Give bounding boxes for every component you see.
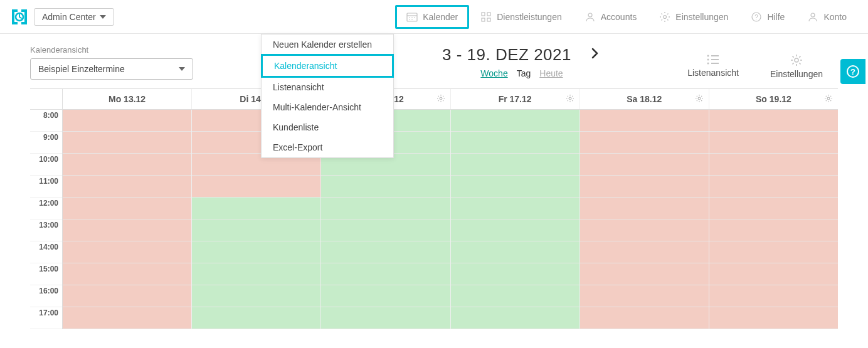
hour-cell[interactable] xyxy=(451,132,580,154)
day-col[interactable] xyxy=(63,110,192,329)
hour-cell[interactable] xyxy=(451,176,580,198)
hour-cell[interactable] xyxy=(709,198,838,219)
hour-cell[interactable] xyxy=(63,154,191,176)
hour-cell[interactable] xyxy=(321,285,450,307)
hour-cell[interactable] xyxy=(321,241,450,263)
calendar-wrap: Mo 13.12 Di 14.12 Do 16.12 Fr 17.12 Sa 1… xyxy=(30,88,838,329)
hour-cell[interactable] xyxy=(63,307,191,329)
nav-hilfe-label: Hilfe xyxy=(767,12,785,22)
calendar-select[interactable]: Beispiel Einzeltermine xyxy=(30,58,193,80)
hour-cell[interactable] xyxy=(709,110,838,132)
dropdown-multi-kalender[interactable]: Multi-Kalender-Ansicht xyxy=(262,97,393,117)
hour-cell[interactable] xyxy=(192,241,320,263)
grid-body: 8:009:0010:0011:0012:0013:0014:0015:0016… xyxy=(30,110,838,329)
calendar-select-value: Beispiel Einzeltermine xyxy=(38,64,125,74)
hour-cell[interactable] xyxy=(580,307,709,329)
dropdown-listenansicht[interactable]: Listenansicht xyxy=(262,77,393,97)
day-header-sa: Sa 18.12 xyxy=(580,89,709,109)
hour-cell[interactable] xyxy=(580,154,709,176)
nav-accounts[interactable]: Accounts xyxy=(573,5,648,29)
day-gear-fr[interactable] xyxy=(566,94,574,105)
caret-down-icon xyxy=(100,15,106,19)
hour-cell[interactable] xyxy=(580,132,709,154)
hour-cell[interactable] xyxy=(63,110,191,132)
nav-kalender[interactable]: Kalender xyxy=(395,5,469,29)
dropdown-kalenderansicht[interactable]: Kalenderansicht xyxy=(261,54,394,78)
day-gear-sa[interactable] xyxy=(695,94,704,105)
gear-icon xyxy=(566,94,574,103)
day-header-row: Mo 13.12 Di 14.12 Do 16.12 Fr 17.12 Sa 1… xyxy=(30,89,838,110)
day-gear-do[interactable] xyxy=(437,94,445,105)
hour-cell[interactable] xyxy=(63,132,191,154)
hour-cell[interactable] xyxy=(451,154,580,176)
hour-cell[interactable] xyxy=(321,219,450,241)
hour-cell[interactable] xyxy=(192,198,320,219)
hour-cell[interactable] xyxy=(709,263,838,285)
hour-cell[interactable] xyxy=(63,219,191,241)
date-title: 3 - 19. DEZ 2021 xyxy=(442,45,571,65)
hour-cell[interactable] xyxy=(321,176,450,198)
hour-cell[interactable] xyxy=(321,307,450,329)
view-day[interactable]: Tag xyxy=(517,68,531,78)
hour-cell[interactable] xyxy=(321,198,450,219)
nav-dienstleistungen[interactable]: Dienstleistungen xyxy=(469,5,573,29)
gear-icon xyxy=(824,94,833,103)
hour-cell[interactable] xyxy=(580,110,709,132)
hour-cell[interactable] xyxy=(63,285,191,307)
hour-cell[interactable] xyxy=(192,285,320,307)
hour-cell[interactable] xyxy=(580,263,709,285)
hour-cell[interactable] xyxy=(709,132,838,154)
hour-cell[interactable] xyxy=(192,263,320,285)
hour-cell[interactable] xyxy=(192,307,320,329)
hour-cell[interactable] xyxy=(192,219,320,241)
day-col[interactable] xyxy=(580,110,709,329)
user-icon xyxy=(585,11,596,23)
admin-center-dropdown[interactable]: Admin Center xyxy=(34,8,114,26)
dropdown-neuen-kalender[interactable]: Neuen Kalender erstellen xyxy=(262,34,393,55)
day-gear-so[interactable] xyxy=(824,94,833,105)
hour-cell[interactable] xyxy=(709,241,838,263)
hour-cell[interactable] xyxy=(63,198,191,219)
nav-hilfe[interactable]: ? Hilfe xyxy=(739,5,796,29)
hour-cell[interactable] xyxy=(63,263,191,285)
svg-point-22 xyxy=(811,13,815,17)
view-today[interactable]: Heute xyxy=(539,68,563,78)
day-col[interactable] xyxy=(709,110,838,329)
hour-cell[interactable] xyxy=(192,176,320,198)
hour-cell[interactable] xyxy=(451,307,580,329)
dropdown-kundenliste[interactable]: Kundenliste xyxy=(262,117,393,137)
svg-rect-0 xyxy=(12,11,14,23)
hour-cell[interactable] xyxy=(63,176,191,198)
day-col[interactable] xyxy=(451,110,580,329)
hour-cell[interactable] xyxy=(451,285,580,307)
hour-cell[interactable] xyxy=(321,263,450,285)
nav-einstellungen[interactable]: Einstellungen xyxy=(648,5,739,29)
help-bubble[interactable]: ? xyxy=(840,59,865,84)
listenansicht-button[interactable]: Listenansicht xyxy=(687,54,739,79)
hour-cell[interactable] xyxy=(580,219,709,241)
hour-cell[interactable] xyxy=(709,154,838,176)
hour-cell[interactable] xyxy=(709,219,838,241)
nav-konto[interactable]: Konto xyxy=(796,5,858,29)
hour-cell[interactable] xyxy=(63,241,191,263)
hour-cell[interactable] xyxy=(451,219,580,241)
svg-text:?: ? xyxy=(755,14,759,21)
hour-cell[interactable] xyxy=(709,307,838,329)
hour-cell[interactable] xyxy=(451,110,580,132)
admin-center-label: Admin Center xyxy=(42,12,96,22)
hour-cell[interactable] xyxy=(451,241,580,263)
hour-cell[interactable] xyxy=(580,241,709,263)
dropdown-excel-export[interactable]: Excel-Export xyxy=(262,137,393,157)
hour-cell[interactable] xyxy=(451,198,580,219)
svg-point-25 xyxy=(707,59,709,61)
nav-einstellungen-label: Einstellungen xyxy=(675,12,728,22)
hour-cell[interactable] xyxy=(709,285,838,307)
view-week[interactable]: Woche xyxy=(480,68,507,78)
hour-cell[interactable] xyxy=(580,198,709,219)
hour-cell[interactable] xyxy=(580,285,709,307)
next-week-button[interactable] xyxy=(589,45,601,65)
einstellungen-button[interactable]: Einstellungen xyxy=(770,54,823,79)
hour-cell[interactable] xyxy=(580,176,709,198)
hour-cell[interactable] xyxy=(451,263,580,285)
hour-cell[interactable] xyxy=(709,176,838,198)
